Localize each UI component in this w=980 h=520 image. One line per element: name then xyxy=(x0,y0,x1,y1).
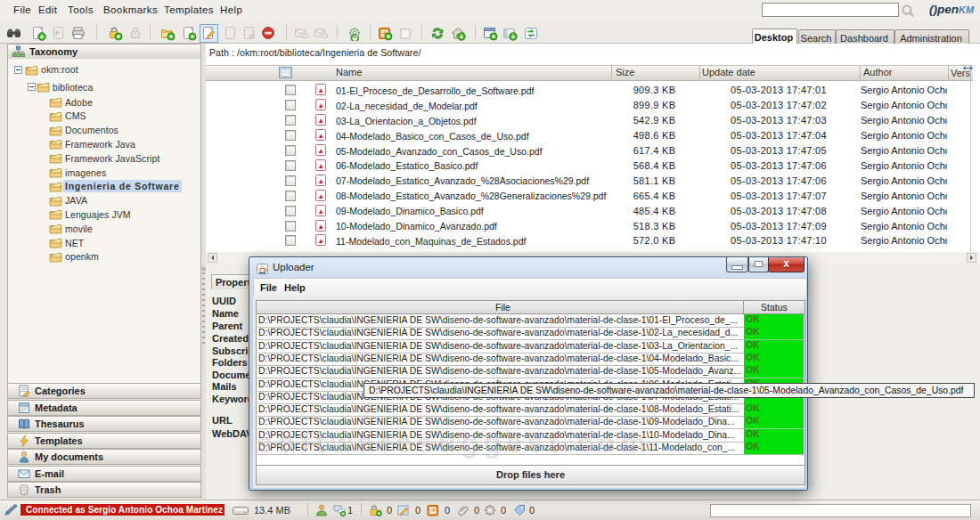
svg-text:P: P xyxy=(55,30,60,37)
